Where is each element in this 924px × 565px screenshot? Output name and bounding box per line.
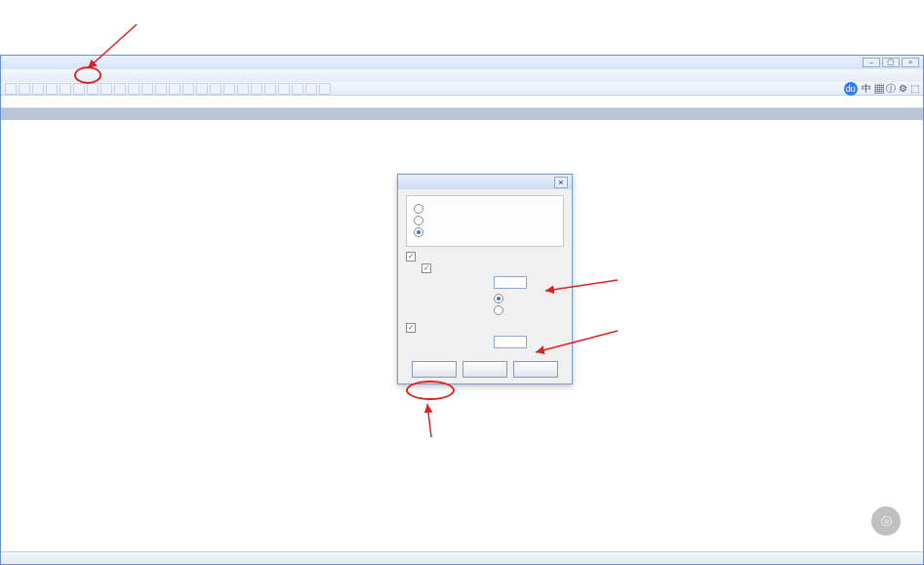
toolbar-button[interactable] (264, 83, 276, 95)
toolbar: du 中 ▦ Ⓘ ⚙ ⬚ (1, 82, 923, 96)
radio-apply-all[interactable] (414, 227, 423, 237)
toolbar-button[interactable] (223, 83, 235, 95)
decimals-input[interactable] (494, 336, 527, 348)
toolbar-button[interactable] (46, 83, 58, 95)
radio-unit-mmu[interactable] (494, 294, 503, 303)
check-set-mass-tolerance[interactable] (406, 252, 416, 262)
trace-info-panel (830, 120, 923, 550)
statusbar (1, 551, 923, 564)
help-button[interactable] (513, 361, 558, 378)
close-button[interactable]: × (902, 58, 919, 67)
baidu-icon[interactable]: du (844, 82, 858, 96)
toolbar-button[interactable] (19, 83, 30, 95)
wechat-icon: ⦾ (871, 506, 901, 536)
toolbar-buttons (5, 83, 331, 95)
rt-range-header (1, 108, 923, 120)
titlebar: – ▢ × (1, 56, 923, 69)
toolbar-button[interactable] (114, 83, 126, 95)
toolbar-button[interactable] (305, 83, 317, 95)
toolbar-button[interactable] (237, 83, 249, 95)
toolbar-button[interactable] (278, 83, 290, 95)
ok-button[interactable] (412, 361, 457, 378)
toolbar-button[interactable] (141, 83, 153, 95)
toolbar-button[interactable] (210, 83, 221, 95)
toolbar-button[interactable] (128, 83, 140, 95)
circle-ok-button (406, 381, 455, 400)
radio-apply-current[interactable] (414, 204, 423, 214)
toolbar-right: du 中 ▦ Ⓘ ⚙ ⬚ (844, 82, 919, 96)
minimize-button[interactable]: – (863, 58, 880, 67)
menubar (1, 69, 923, 82)
path-bar (1, 96, 923, 108)
toolbar-button[interactable] (100, 83, 112, 95)
toolbar-button[interactable] (319, 83, 331, 95)
toolbar-button[interactable] (196, 83, 208, 95)
toolbar-button[interactable] (155, 83, 167, 95)
watermark: ⦾ (871, 506, 908, 536)
check-use-user-defined[interactable] (422, 263, 431, 273)
toolbar-button[interactable] (5, 83, 17, 95)
mass-tolerance-input[interactable] (494, 276, 527, 289)
toolbar-button[interactable] (32, 83, 44, 95)
toolbar-button[interactable] (182, 83, 194, 95)
check-set-mass-precision[interactable] (406, 323, 416, 333)
cancel-button[interactable] (462, 361, 507, 378)
options-fieldset (406, 195, 564, 247)
dialog-close-icon[interactable]: × (554, 177, 568, 188)
dialog-titlebar: × (398, 175, 572, 189)
radio-unit-ppm[interactable] (494, 305, 503, 315)
maximize-button[interactable]: ▢ (882, 58, 900, 67)
circle-display-menu (74, 66, 101, 84)
toolbar-button[interactable] (169, 83, 181, 95)
toolbar-right-text: 中 ▦ Ⓘ ⚙ ⬚ (862, 82, 919, 96)
toolbar-button[interactable] (73, 83, 85, 95)
global-mass-options-dialog: × (397, 174, 573, 384)
toolbar-button[interactable] (87, 83, 99, 95)
radio-apply-window[interactable] (414, 216, 423, 225)
toolbar-button[interactable] (60, 83, 71, 95)
window-controls: – ▢ × (863, 58, 919, 67)
toolbar-button[interactable] (292, 83, 303, 95)
toolbar-button[interactable] (251, 83, 262, 95)
